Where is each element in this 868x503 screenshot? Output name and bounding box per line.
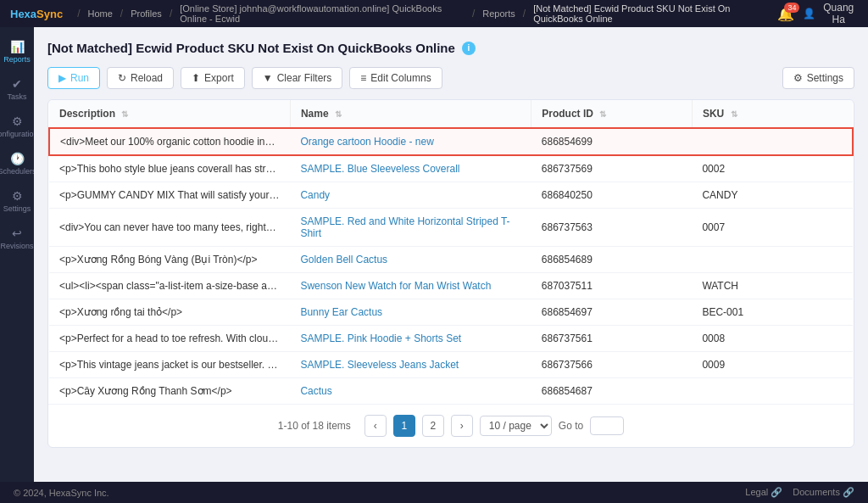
cell-name[interactable]: Candy <box>290 182 531 209</box>
footer-documents-link[interactable]: Documents 🔗 <box>793 487 854 498</box>
next-page-button[interactable]: › <box>451 415 473 437</box>
cell-sku <box>692 247 853 273</box>
cell-description: <p>This vintage jeans jacket is our best… <box>49 352 290 378</box>
table-row: <ul><li><span class="a-list-item a-size-… <box>49 273 853 299</box>
notification-button[interactable]: 🔔 34 <box>777 6 794 22</box>
sidebar-item-revisions[interactable]: ↩ Revisions <box>0 221 34 255</box>
run-icon: ▶ <box>58 72 66 84</box>
tasks-icon: ✔ <box>12 77 22 91</box>
sort-icon-name: ⇅ <box>335 109 342 119</box>
cell-product-id: 687037511 <box>531 273 693 299</box>
footer-legal-link[interactable]: Legal 🔗 <box>745 487 782 498</box>
cell-name[interactable]: Orange cartoon Hoodie - new <box>290 128 531 155</box>
cell-name[interactable]: Bunny Ear Cactus <box>290 299 531 326</box>
sort-icon-description: ⇅ <box>121 109 128 119</box>
settings-button[interactable]: ⚙ Settings <box>782 67 854 89</box>
breadcrumb-store[interactable]: [Online Store] johnha@workflowautomation… <box>180 3 465 24</box>
sidebar: 📊 Reports ✔ Tasks ⚙ Configurations 🕐 Sch… <box>0 27 34 482</box>
sidebar-item-tasks[interactable]: ✔ Tasks <box>0 72 34 106</box>
cell-sku: WATCH <box>692 273 853 299</box>
table-row: <p>This vintage jeans jacket is our best… <box>49 352 853 378</box>
cell-name[interactable]: SAMPLE. Red and White Horizontal Striped… <box>290 209 531 247</box>
product-name-link[interactable]: Candy <box>300 189 330 201</box>
pagination-range: 1-10 of 18 items <box>278 420 351 432</box>
gear-icon: ⚙ <box>793 72 803 84</box>
sidebar-item-settings[interactable]: ⚙ Settings <box>0 184 34 218</box>
info-icon[interactable]: i <box>462 42 476 55</box>
logo: HexaSync <box>10 8 63 20</box>
cell-description: <p>This boho style blue jeans coverall h… <box>49 155 290 182</box>
goto-input[interactable] <box>590 416 624 435</box>
sidebar-item-reports[interactable]: 📊 Reports <box>0 35 34 69</box>
product-name-link[interactable]: SAMPLE. Red and White Horizontal Striped… <box>300 215 509 239</box>
cell-product-id: 686737569 <box>531 155 693 182</box>
cell-name[interactable]: SAMPLE. Sleeveless Jeans Jacket <box>290 352 531 378</box>
cell-description: <ul><li><span class="a-list-item a-size-… <box>49 273 290 299</box>
col-header-name[interactable]: Name ⇅ <box>290 100 531 128</box>
product-name-link[interactable]: SAMPLE. Sleeveless Jeans Jacket <box>300 359 459 371</box>
product-name-link[interactable]: Orange cartoon Hoodie - new <box>300 136 433 148</box>
product-name-link[interactable]: Swenson New Watch for Man Wrist Watch <box>300 280 491 292</box>
edit-columns-button[interactable]: ≡ Edit Columns <box>349 67 442 89</box>
reload-button[interactable]: ↻ Reload <box>107 67 174 89</box>
col-header-product-id[interactable]: Product ID ⇅ <box>531 100 693 128</box>
user-name: Quang Ha <box>819 2 858 25</box>
footer: © 2024, HexaSync Inc. Legal 🔗 Documents … <box>0 482 868 503</box>
cell-sku <box>692 128 853 155</box>
export-icon: ⬆ <box>192 72 200 84</box>
product-name-link[interactable]: SAMPLE. Blue Sleeveless Coverall <box>300 163 459 175</box>
sidebar-label-schedulers: Schedulers <box>0 167 36 176</box>
sidebar-item-schedulers[interactable]: 🕐 Schedulers <box>0 147 34 181</box>
table-row: <p>Cây Xương Rồng Thanh Sơm</p>Cactus686… <box>49 378 853 405</box>
sort-icon-product-id: ⇅ <box>599 109 606 119</box>
col-header-description[interactable]: Description ⇅ <box>49 100 290 128</box>
export-label: Export <box>204 72 234 84</box>
footer-copyright: © 2024, HexaSync Inc. <box>14 488 109 498</box>
col-header-sku[interactable]: SKU ⇅ <box>692 100 853 128</box>
cell-product-id: 686854699 <box>531 128 693 155</box>
cell-description: <p>Perfect for a head to toe refresh. Wi… <box>49 326 290 352</box>
cell-name[interactable]: Swenson New Watch for Man Wrist Watch <box>290 273 531 299</box>
breadcrumb-profiles[interactable]: Profiles <box>131 8 162 19</box>
col-product-id-label: Product ID <box>542 108 593 120</box>
table-row: <p>GUMMY CANDY MIX That will satisfy you… <box>49 182 853 209</box>
sidebar-item-configurations[interactable]: ⚙ Configurations <box>0 109 34 143</box>
breadcrumb-home[interactable]: Home <box>88 8 113 19</box>
breadcrumb-current: [Not Matched] Ecwid Product SKU Not Exis… <box>533 3 777 24</box>
page-title: [Not Matched] Ecwid Product SKU Not Exis… <box>47 41 455 55</box>
cell-sku: CANDY <box>692 182 853 209</box>
cell-sku <box>692 378 853 405</box>
cell-name[interactable]: Cactus <box>290 378 531 405</box>
table-row: <div>Meet our 100% organic cotton hoodie… <box>49 128 853 155</box>
cell-name[interactable]: SAMPLE. Pink Hoodie + Shorts Set <box>290 326 531 352</box>
product-name-link[interactable]: Golden Bell Cactus <box>300 254 387 265</box>
product-name-link[interactable]: Bunny Ear Cactus <box>300 306 382 318</box>
cell-product-id: 686737566 <box>531 352 693 378</box>
cell-sku: 0002 <box>692 155 853 182</box>
page-size-select[interactable]: 10 / page 20 / page 50 / page <box>480 416 552 436</box>
cell-description: <p>Xương rồng tai thỏ</p> <box>49 299 290 326</box>
cell-name[interactable]: SAMPLE. Blue Sleeveless Coverall <box>290 155 531 182</box>
prev-page-button[interactable]: ‹ <box>364 415 387 437</box>
cell-description: <p>GUMMY CANDY MIX That will satisfy you… <box>49 182 290 209</box>
cell-sku: 0008 <box>692 326 853 352</box>
cell-product-id: 686840250 <box>531 182 693 209</box>
clear-filters-label: Clear Filters <box>277 72 332 84</box>
product-name-link[interactable]: Cactus <box>300 385 331 397</box>
clear-filters-button[interactable]: ▼ Clear Filters <box>252 67 343 89</box>
revisions-icon: ↩ <box>12 226 22 240</box>
page-1-button[interactable]: 1 <box>393 415 415 437</box>
product-name-link[interactable]: SAMPLE. Pink Hoodie + Shorts Set <box>300 333 461 344</box>
breadcrumb-reports[interactable]: Reports <box>482 8 515 19</box>
sort-icon-sku: ⇅ <box>731 109 737 119</box>
sidebar-label-tasks: Tasks <box>7 92 26 101</box>
pagination-bar: 1-10 of 18 items ‹ 1 2 › 10 / page 20 / … <box>48 404 854 447</box>
export-button[interactable]: ⬆ Export <box>181 67 245 89</box>
page-2-button[interactable]: 2 <box>422 415 444 437</box>
run-button[interactable]: ▶ Run <box>47 67 100 89</box>
cell-name[interactable]: Golden Bell Cactus <box>290 247 531 273</box>
page-header: [Not Matched] Ecwid Product SKU Not Exis… <box>47 41 854 55</box>
cell-product-id: 686854697 <box>531 299 693 326</box>
toolbar-left: ▶ Run ↻ Reload ⬆ Export ▼ Clear Filters … <box>47 67 442 89</box>
user-menu-button[interactable]: 👤 Quang Ha <box>803 2 858 25</box>
